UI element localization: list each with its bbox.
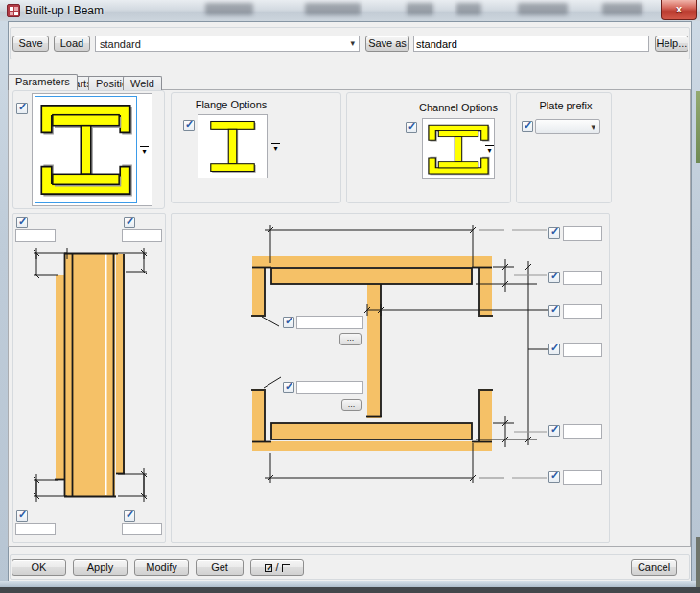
side-view-diagram: [12, 213, 166, 543]
help-button[interactable]: Help...: [655, 36, 688, 52]
sideview-bottomleft-input[interactable]: [15, 523, 56, 535]
desktop-background: [696, 91, 700, 163]
check-icon: ✓: [550, 342, 559, 354]
sideview-bottomright-input[interactable]: [122, 523, 162, 535]
tab-weld[interactable]: Weld: [123, 76, 162, 90]
sideview-topleft-input[interactable]: [15, 229, 56, 242]
profile-picker-checkbox[interactable]: ✓: [16, 103, 28, 114]
screen: Built-up I Beam x Save Load standard ▾ S…: [0, 0, 700, 593]
dim-total-height-checkbox[interactable]: ✓: [548, 344, 560, 355]
background-toolbar-smudge: [456, 3, 481, 15]
save-as-input[interactable]: [413, 36, 649, 52]
channel-profile-browse-button[interactable]: ...: [341, 399, 362, 411]
web-plate-browse-button[interactable]: ...: [339, 333, 362, 345]
close-button[interactable]: x: [661, 0, 697, 20]
toggle-slash: /: [275, 561, 278, 573]
check-icon: ✓: [126, 215, 134, 227]
web-plate-input[interactable]: [296, 316, 363, 329]
dim-total-height-input[interactable]: [563, 343, 602, 357]
cancel-button[interactable]: Cancel: [631, 559, 677, 576]
background-toolbar-smudge: [518, 3, 568, 15]
modify-button[interactable]: Modify: [134, 559, 189, 576]
check-icon: ✓: [524, 119, 532, 131]
check-icon: ✓: [18, 509, 27, 521]
desktop-edge: [0, 587, 700, 593]
web-plate-checkbox[interactable]: ✓: [283, 317, 294, 328]
check-icon: ✓: [550, 423, 559, 436]
check-icon: ✓: [18, 101, 27, 113]
dim-web-thickness-input[interactable]: [563, 304, 602, 319]
background-toolbar-smudge: [602, 3, 642, 15]
check-icon: ✓: [550, 270, 559, 282]
check-icon: ✓: [550, 225, 559, 238]
sideview-topleft-checkbox[interactable]: ✓: [16, 217, 28, 228]
check-icon: ✓: [285, 315, 293, 327]
dim-top-flange-thickness-checkbox[interactable]: ✓: [548, 272, 560, 283]
chevron-down-icon: ▾: [350, 38, 355, 48]
plate-prefix-checkbox[interactable]: ✓: [522, 121, 533, 132]
dim-bottom-width-input[interactable]: [563, 470, 602, 485]
desktop-background: [696, 537, 700, 587]
apply-button[interactable]: Apply: [73, 559, 128, 576]
unchecked-box-icon: [282, 564, 290, 572]
sideview-topright-checkbox[interactable]: ✓: [124, 217, 135, 228]
chevron-down-icon: ▾: [591, 122, 595, 131]
channel-profile-input[interactable]: [296, 381, 363, 394]
background-toolbar-smudge: [205, 3, 253, 15]
flange-options-label: Flange Options: [188, 99, 274, 110]
title-bar[interactable]: Built-up I Beam: [0, 0, 700, 21]
ok-button[interactable]: OK: [12, 559, 66, 576]
channel-profile-checkbox[interactable]: ✓: [283, 382, 294, 393]
check-icon: ✓: [126, 509, 134, 521]
dim-top-width-checkbox[interactable]: ✓: [548, 227, 560, 239]
flange-options-dropdown-icon[interactable]: ▾: [271, 143, 280, 153]
plate-prefix-combo[interactable]: ▾: [535, 119, 600, 134]
window-title: Built-up I Beam: [25, 4, 104, 17]
dim-bottom-flange-thickness-checkbox[interactable]: ✓: [548, 425, 560, 437]
sideview-topright-input[interactable]: [122, 229, 162, 242]
dim-top-flange-thickness-input[interactable]: [563, 271, 602, 285]
dim-bottom-width-checkbox[interactable]: ✓: [548, 471, 560, 483]
dim-web-thickness-checkbox[interactable]: ✓: [548, 305, 560, 317]
tab-parameters[interactable]: Parameters: [8, 74, 78, 90]
save-button[interactable]: Save: [12, 36, 49, 52]
check-icon: ✓: [550, 469, 559, 482]
dim-bottom-flange-thickness-input[interactable]: [563, 424, 602, 439]
toggle-all-checkboxes-button[interactable]: ✓ /: [250, 559, 304, 576]
get-button[interactable]: Get: [196, 559, 244, 576]
channel-options-checkbox[interactable]: ✓: [406, 122, 417, 133]
check-icon: ✓: [18, 215, 27, 227]
check-icon: ✓: [185, 118, 194, 130]
flange-options-image[interactable]: [198, 114, 268, 178]
check-icon: ✓: [408, 120, 416, 132]
sideview-bottomleft-checkbox[interactable]: ✓: [16, 510, 28, 522]
sideview-bottomright-checkbox[interactable]: ✓: [124, 510, 135, 522]
plate-prefix-label: Plate prefix: [525, 100, 606, 111]
check-icon: ✓: [550, 303, 559, 316]
cross-section-diagram: [171, 213, 610, 543]
main-profile-image: [35, 96, 137, 203]
app-icon: [7, 4, 20, 17]
channel-options-dropdown-icon[interactable]: ▾: [485, 145, 494, 154]
channel-options-label: Channel Options: [410, 102, 506, 113]
background-toolbar-smudge: [305, 3, 361, 15]
flange-options-checkbox[interactable]: ✓: [183, 120, 195, 131]
background-toolbar-smudge: [407, 3, 433, 15]
check-icon: ✓: [285, 380, 293, 392]
attribute-file-value: standard: [100, 38, 141, 50]
load-button[interactable]: Load: [54, 36, 90, 52]
attribute-file-combo[interactable]: standard ▾: [95, 36, 360, 52]
save-as-button[interactable]: Save as: [365, 36, 409, 52]
profile-picker-dropdown-icon[interactable]: ▾: [140, 146, 149, 155]
dim-top-width-input[interactable]: [563, 226, 602, 241]
channel-options-image[interactable]: [422, 118, 495, 179]
checked-box-icon: ✓: [265, 564, 272, 572]
